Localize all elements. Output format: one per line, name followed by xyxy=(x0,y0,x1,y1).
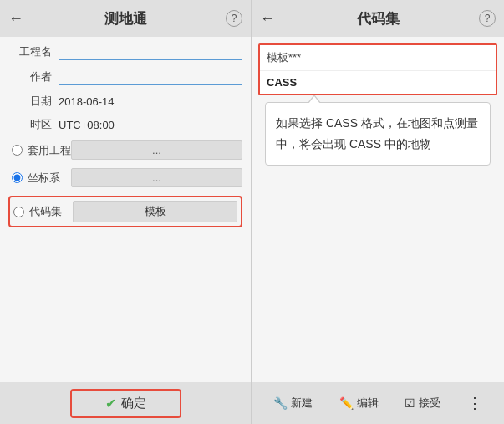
suite-radio[interactable] xyxy=(12,145,23,156)
left-header: ← 测地通 ? xyxy=(0,0,251,37)
coord-label: 坐标系 xyxy=(28,171,71,186)
edit-icon: ✏️ xyxy=(339,396,354,410)
timezone-value: UTC+08:00 xyxy=(59,119,115,131)
author-label: 作者 xyxy=(8,69,59,84)
suite-field: ... xyxy=(71,140,242,160)
tooltip-box: 如果选择 CASS 格式，在地图和点测量中，将会出现 CASS 中的地物 xyxy=(265,102,491,166)
check-icon: ✔ xyxy=(105,396,116,411)
date-label: 日期 xyxy=(8,94,59,109)
code-item-cass[interactable]: CASS xyxy=(260,71,496,94)
timezone-label: 时区 xyxy=(8,117,59,132)
author-row: 作者 xyxy=(8,69,242,85)
accept-label: 接受 xyxy=(419,396,440,411)
right-title: 代码集 xyxy=(357,9,400,28)
code-button[interactable]: 模板 xyxy=(73,201,237,222)
left-footer: ✔ 确定 xyxy=(0,382,251,424)
left-title: 测地通 xyxy=(104,9,147,28)
coord-field: ... xyxy=(71,168,242,187)
code-radio[interactable] xyxy=(13,207,24,217)
left-form-area: 工程名 作者 日期 2018-06-14 时区 UTC+08:00 套用工程 .… xyxy=(0,37,251,382)
project-label: 工程名 xyxy=(8,44,59,59)
new-button[interactable]: 🔧 新建 xyxy=(267,391,319,416)
right-footer: 🔧 新建 ✏️ 编辑 ☑ 接受 ⋮ xyxy=(252,382,504,424)
coord-radio[interactable] xyxy=(12,172,23,183)
right-header: ← 代码集 ? xyxy=(252,0,504,37)
right-back-button[interactable]: ← xyxy=(260,10,275,28)
more-button[interactable]: ⋮ xyxy=(461,394,489,412)
coord-row: 坐标系 ... xyxy=(8,168,242,187)
code-item-template[interactable]: 模板*** xyxy=(260,45,496,71)
new-icon: 🔧 xyxy=(273,396,288,410)
project-input[interactable] xyxy=(59,43,242,60)
confirm-label: 确定 xyxy=(121,396,146,411)
right-panel: ← 代码集 ? 模板*** CASS 如果选择 CASS 格式，在地图和点测量中… xyxy=(252,0,504,424)
left-help-button[interactable]: ? xyxy=(226,10,242,27)
suite-row: 套用工程 ... xyxy=(8,140,242,160)
project-row: 工程名 xyxy=(8,43,242,60)
new-label: 新建 xyxy=(291,396,313,411)
accept-button[interactable]: ☑ 接受 xyxy=(398,391,447,416)
right-help-button[interactable]: ? xyxy=(479,10,496,27)
date-value: 2018-06-14 xyxy=(59,95,115,108)
timezone-row: 时区 UTC+08:00 xyxy=(8,117,242,132)
code-label: 代码集 xyxy=(29,204,73,219)
suite-label: 套用工程 xyxy=(28,143,71,158)
tooltip-text: 如果选择 CASS 格式，在地图和点测量中，将会出现 CASS 中的地物 xyxy=(276,116,478,151)
left-back-button[interactable]: ← xyxy=(8,10,23,28)
date-row: 日期 2018-06-14 xyxy=(8,94,242,109)
left-panel: ← 测地通 ? 工程名 作者 日期 2018-06-14 时区 UTC+08:0… xyxy=(0,0,252,424)
code-list-area: 模板*** CASS 如果选择 CASS 格式，在地图和点测量中，将会出现 CA… xyxy=(252,37,504,382)
code-list-box: 模板*** CASS xyxy=(258,43,497,95)
code-row: 代码集 模板 xyxy=(8,196,242,227)
edit-label: 编辑 xyxy=(357,396,379,411)
confirm-button[interactable]: ✔ 确定 xyxy=(70,389,181,418)
accept-icon: ☑ xyxy=(405,396,415,410)
edit-button[interactable]: ✏️ 编辑 xyxy=(333,391,385,416)
author-input[interactable] xyxy=(59,69,242,85)
